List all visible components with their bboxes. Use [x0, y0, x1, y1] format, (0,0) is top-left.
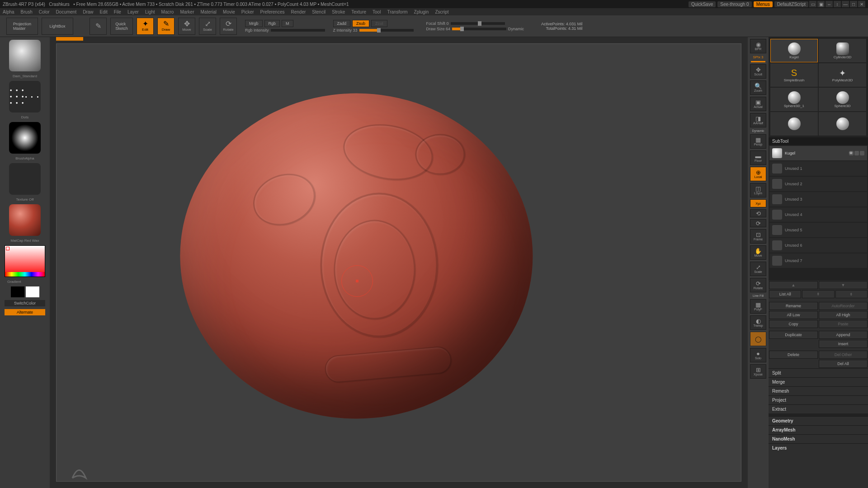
menu-transform[interactable]: Transform	[387, 9, 407, 14]
menu-draw[interactable]: Draw	[83, 9, 93, 14]
switchcolor-button[interactable]: SwitchColor	[5, 300, 45, 306]
eye-icon[interactable]: 👁	[849, 151, 854, 155]
all-low-button[interactable]: All Low	[769, 311, 818, 319]
menu-texture[interactable]: Texture	[351, 9, 366, 14]
edit-button[interactable]: ✦Edit	[137, 18, 154, 35]
floor-button[interactable]: ▬Floor	[750, 150, 766, 165]
rgb-intensity-slider[interactable]	[271, 29, 325, 32]
zadd-mode[interactable]: Zadd	[333, 20, 351, 27]
rotate-nav-button[interactable]: ⟳Rotate	[750, 278, 766, 292]
mrgb-mode[interactable]: Mrgb	[245, 20, 263, 27]
menu-color[interactable]: Color	[39, 9, 50, 14]
move-button[interactable]: ✥Move	[178, 18, 195, 35]
tool-kugel[interactable]: Kugel	[770, 39, 818, 62]
seethrough-slider[interactable]: See-through 0	[717, 1, 751, 7]
move-up-icon[interactable]: ⇞	[802, 290, 834, 298]
subtool-slot[interactable]: Unused 2	[769, 177, 867, 191]
paste-button[interactable]: Paste	[819, 320, 868, 328]
rotate-button[interactable]: ⟳Rotate	[220, 18, 237, 35]
window-maximize[interactable]: □	[850, 1, 857, 7]
menu-light[interactable]: Light	[145, 9, 155, 14]
arraymesh-header[interactable]: ArrayMesh	[769, 425, 868, 434]
window-icon-2[interactable]: ▣	[817, 1, 825, 7]
subtool-slot[interactable]: Unused 7	[769, 253, 867, 268]
hue-strip[interactable]	[5, 272, 45, 277]
move-nav-button[interactable]: ✋Move	[750, 245, 766, 260]
secondary-color-swatch[interactable]	[11, 286, 24, 297]
xpose-button[interactable]: ⊞Xpose	[750, 364, 766, 379]
menu-tool[interactable]: Tool	[373, 9, 381, 14]
window-icon-4[interactable]: ↕	[834, 1, 841, 7]
lsym-button[interactable]: ◫LSym	[750, 183, 766, 197]
subtool-slot[interactable]: Unused 6	[769, 238, 867, 253]
tool-cylinder3d[interactable]: Cylinder3D	[819, 39, 866, 62]
primary-color-swatch[interactable]	[26, 286, 39, 297]
tool-simplebrush[interactable]: SSimpleBrush	[770, 63, 818, 87]
spix-label[interactable]: SPix 3	[753, 55, 763, 59]
sculpt-mesh[interactable]	[180, 94, 533, 419]
solo-button[interactable]: ●Solo	[750, 348, 766, 362]
arrow-down-icon[interactable]: ▼	[819, 281, 868, 289]
split-header[interactable]: Split	[769, 368, 868, 377]
rename-button[interactable]: Rename	[769, 302, 818, 310]
rgb-mode[interactable]: Rgb	[264, 20, 280, 27]
bpr-button[interactable]: ◉BPR	[750, 39, 766, 53]
actual-button[interactable]: ▣Actual	[750, 97, 766, 111]
tool-empty-2[interactable]	[819, 112, 866, 136]
default-zscript[interactable]: DefaultZScript	[774, 1, 808, 7]
nanomesh-header[interactable]: NanoMesh	[769, 434, 868, 443]
draw-size-slider[interactable]	[452, 28, 506, 30]
frame-button[interactable]: ⊡Frame	[750, 229, 766, 244]
layers-header[interactable]: Layers	[769, 443, 868, 452]
delete-button[interactable]: Delete	[769, 351, 818, 359]
del-all-button[interactable]: Del All	[819, 360, 868, 368]
menu-stroke[interactable]: Stroke	[332, 9, 345, 14]
transp-button[interactable]: ◐Transp	[750, 315, 766, 330]
remesh-header[interactable]: Remesh	[769, 386, 868, 395]
viewport[interactable]	[56, 43, 741, 482]
subtool-slot[interactable]: Unused 4	[769, 207, 867, 222]
stroke-thumbnail[interactable]: • • •	[9, 81, 41, 113]
tool-empty-1[interactable]	[770, 112, 818, 136]
menu-document[interactable]: Document	[56, 9, 77, 14]
local-button[interactable]: ⊕Local	[750, 167, 766, 181]
menu-macro[interactable]: Macro	[161, 9, 174, 14]
del-other-button[interactable]: Del Other	[819, 351, 868, 359]
alpha-thumbnail[interactable]	[9, 122, 41, 154]
menu-stencil[interactable]: Stencil	[312, 9, 326, 14]
doc-tab-indicator[interactable]	[56, 37, 83, 41]
menus-toggle[interactable]: Menus	[754, 1, 773, 7]
menu-layer[interactable]: Layer	[127, 9, 139, 14]
aahalf-button[interactable]: ◨AAHalf	[750, 113, 766, 127]
menu-marker[interactable]: Marker	[180, 9, 194, 14]
tool-sphere3d[interactable]: Sphere3D	[819, 88, 866, 111]
copy-button[interactable]: Copy	[769, 320, 818, 328]
lightbox-button[interactable]: LightBox	[42, 18, 73, 35]
geometry-header[interactable]: Geometry	[769, 416, 868, 425]
menu-edit[interactable]: Edit	[100, 9, 108, 14]
window-icon-3[interactable]: ↔	[826, 1, 833, 7]
paint-vis-icon[interactable]	[860, 151, 864, 155]
scale-button[interactable]: ⤢Scale	[199, 18, 216, 35]
project-header[interactable]: Project	[769, 395, 868, 404]
menu-zplugin[interactable]: Zplugin	[414, 9, 429, 14]
subtool-slot[interactable]: Unused 1	[769, 161, 867, 176]
persp-button[interactable]: ▦Persp	[750, 134, 766, 149]
brush-thumbnail[interactable]	[9, 40, 41, 71]
polyf-button[interactable]: ▦PolyF	[750, 299, 766, 314]
scroll-button[interactable]: ✥Scroll	[750, 64, 766, 79]
subtool-item-active[interactable]: Kugel 👁	[769, 146, 867, 160]
menu-material[interactable]: Material	[201, 9, 217, 14]
m-mode[interactable]: M	[282, 20, 293, 27]
brush-vis-icon[interactable]	[854, 151, 859, 155]
tool-polymesh3d[interactable]: ✦PolyMesh3D	[819, 63, 866, 87]
subtool-slot[interactable]: Unused 5	[769, 223, 867, 237]
menu-alpha[interactable]: Alpha	[3, 9, 14, 14]
gradient-label[interactable]: Gradient	[3, 280, 47, 284]
merge-header[interactable]: Merge	[769, 377, 868, 386]
rot-y-button[interactable]: ⟲	[750, 209, 766, 217]
autoreorder-button[interactable]: AutoReorder	[819, 302, 868, 310]
xyz-button[interactable]: Xyz	[750, 199, 766, 207]
menu-brush[interactable]: Brush	[21, 9, 33, 14]
window-icon-1[interactable]: ▭	[809, 1, 816, 7]
